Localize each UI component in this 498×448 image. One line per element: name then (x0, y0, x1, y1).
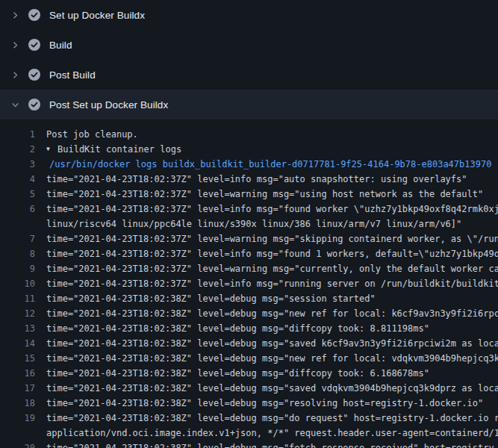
log-line: 15 time="2021-04-23T18:02:38Z" level=deb… (0, 351, 498, 366)
line-number[interactable]: 13 (0, 321, 35, 336)
check-circle-icon (28, 39, 40, 51)
chevron-icon (9, 9, 21, 21)
log-group-toggle-icon: ▼ (46, 142, 54, 157)
step-header[interactable]: Post Build (0, 60, 498, 90)
log-line: 3 /usr/bin/docker logs buildx_buildkit_b… (0, 157, 498, 172)
log-line: 18 time="2021-04-23T18:02:38Z" level=deb… (0, 396, 498, 411)
log-line: 9 time="2021-04-23T18:02:37Z" level=warn… (0, 261, 498, 276)
chevron-icon (9, 99, 21, 111)
line-text: time="2021-04-23T18:02:38Z" level=debug … (46, 291, 376, 306)
log-line: 5 time="2021-04-23T18:02:37Z" level=warn… (0, 187, 498, 202)
line-number[interactable]: 14 (0, 336, 35, 351)
log-line: 16 time="2021-04-23T18:02:38Z" level=deb… (0, 366, 498, 381)
step-label: Build (49, 40, 72, 51)
step-header[interactable]: Post Set up Docker Buildx (0, 90, 498, 119)
log-line: 12 time="2021-04-23T18:02:38Z" level=deb… (0, 306, 498, 321)
check-circle-icon (28, 69, 40, 81)
line-text: time="2021-04-23T18:02:37Z" level=info m… (46, 202, 498, 217)
line-number[interactable]: 8 (0, 246, 35, 261)
check-circle-icon (28, 9, 40, 21)
line-number[interactable]: 5 (0, 187, 35, 202)
line-text: time="2021-04-23T18:02:38Z" level=debug … (46, 336, 498, 351)
log-line: 13 time="2021-04-23T18:02:38Z" level=deb… (0, 321, 498, 336)
line-number[interactable]: 16 (0, 366, 35, 381)
line-number[interactable]: 15 (0, 351, 35, 366)
line-text: linux/riscv64 linux/ppc64le linux/s390x … (46, 217, 461, 231)
line-text: time="2021-04-23T18:02:38Z" level=debug … (46, 351, 498, 366)
line-number[interactable]: 4 (0, 172, 35, 187)
log-line: 19 time="2021-04-23T18:02:38Z" level=deb… (0, 411, 498, 426)
log-line: linux/riscv64 linux/ppc64le linux/s390x … (0, 217, 498, 231)
log-line: 4 time="2021-04-23T18:02:37Z" level=info… (0, 172, 498, 187)
line-text: time="2021-04-23T18:02:38Z" level=debug … (46, 306, 498, 321)
line-number[interactable]: 6 (0, 202, 35, 217)
step-label: Post Set up Docker Buildx (49, 99, 168, 111)
steps-list: Set up Docker Buildx Build Post Buil (0, 0, 498, 119)
log-line: 10 time="2021-04-23T18:02:37Z" level=inf… (0, 276, 498, 291)
line-text: Post job cleanup. (46, 127, 138, 142)
log-line: 1 Post job cleanup. (0, 127, 498, 142)
line-text: time="2021-04-23T18:02:37Z" level=info m… (46, 276, 498, 291)
log-line: 8 time="2021-04-23T18:02:37Z" level=info… (0, 246, 498, 261)
check-circle-icon (28, 99, 40, 111)
line-number[interactable]: 11 (0, 291, 35, 306)
line-number[interactable] (0, 217, 35, 231)
step-label: Post Build (49, 69, 96, 81)
log-line[interactable]: 2 ▼ BuildKit container logs (0, 142, 498, 157)
line-text: time="2021-04-23T18:02:37Z" level=info m… (46, 246, 498, 261)
log-line: 14 time="2021-04-23T18:02:38Z" level=deb… (0, 336, 498, 351)
log-line: 20 time="2021-04-23T18:02:38Z" level=deb… (0, 441, 498, 448)
line-number[interactable]: 1 (0, 127, 35, 142)
line-text: time="2021-04-23T18:02:37Z" level=warnin… (46, 231, 498, 246)
chevron-icon (9, 69, 21, 81)
line-number[interactable]: 18 (0, 396, 35, 411)
log-line: application/vnd.oci.image.index.v1+json,… (0, 426, 498, 441)
log-line: 11 time="2021-04-23T18:02:38Z" level=deb… (0, 291, 498, 306)
line-number[interactable]: 19 (0, 411, 35, 426)
log-line: 6 time="2021-04-23T18:02:37Z" level=info… (0, 202, 498, 217)
line-text: time="2021-04-23T18:02:37Z" level=info m… (46, 172, 467, 187)
line-number[interactable]: 3 (0, 157, 35, 172)
line-text: time="2021-04-23T18:02:38Z" level=debug … (46, 321, 429, 336)
step-header[interactable]: Build (0, 30, 498, 60)
line-text: time="2021-04-23T18:02:37Z" level=warnin… (46, 187, 483, 202)
log-line: 17 time="2021-04-23T18:02:38Z" level=deb… (0, 381, 498, 396)
line-number[interactable]: 2 (0, 142, 35, 157)
line-text: time="2021-04-23T18:02:37Z" level=warnin… (46, 261, 498, 276)
line-text: BuildKit container logs (57, 142, 181, 157)
line-number[interactable]: 20 (0, 441, 35, 448)
log-line: 7 time="2021-04-23T18:02:37Z" level=warn… (0, 231, 498, 246)
line-text: time="2021-04-23T18:02:38Z" level=debug … (46, 411, 498, 426)
line-number[interactable]: 9 (0, 261, 35, 276)
line-text: time="2021-04-23T18:02:38Z" level=debug … (46, 396, 483, 411)
line-number[interactable]: 17 (0, 381, 35, 396)
log-lines: 1 Post job cleanup. 2 ▼ BuildKit contain… (0, 119, 498, 448)
line-number[interactable]: 10 (0, 276, 35, 291)
line-number[interactable]: 7 (0, 231, 35, 246)
chevron-icon (9, 39, 21, 51)
step-header[interactable]: Set up Docker Buildx (0, 0, 498, 30)
line-text: time="2021-04-23T18:02:38Z" level=debug … (46, 366, 429, 381)
line-number[interactable]: 12 (0, 306, 35, 321)
line-text: application/vnd.oci.image.index.v1+json,… (46, 426, 498, 441)
line-text: time="2021-04-23T18:02:38Z" level=debug … (46, 441, 498, 448)
line-text: time="2021-04-23T18:02:38Z" level=debug … (46, 381, 498, 396)
step-label: Set up Docker Buildx (49, 10, 145, 21)
line-number[interactable] (0, 426, 35, 441)
line-text: /usr/bin/docker logs buildx_buildkit_bui… (49, 157, 491, 172)
